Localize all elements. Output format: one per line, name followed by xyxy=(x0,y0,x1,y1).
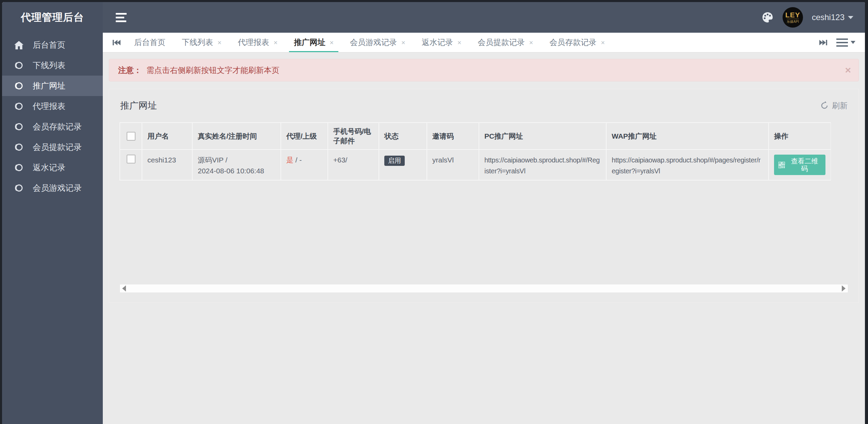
sidebar-item-label: 后台首页 xyxy=(33,40,65,50)
sidebar-item-member-game-record[interactable]: 会员游戏记录 xyxy=(2,178,103,198)
tab-member-withdraw-record[interactable]: 会员提款记录 × xyxy=(469,33,541,52)
sidebar-item-downline-list[interactable]: 下线列表 xyxy=(2,55,103,76)
alert-label: 注意： xyxy=(118,66,142,75)
cell-phone-email: +63/ xyxy=(328,150,379,180)
cell-invite-code: yralsVl xyxy=(427,150,479,180)
circle-icon xyxy=(14,122,24,131)
panel-title: 推广网址 xyxy=(120,99,157,112)
col-header-status: 状态 xyxy=(379,123,427,149)
tab-promo-url[interactable]: 推广网址 × xyxy=(286,33,342,52)
col-header-wap-url: WAP推广网址 xyxy=(607,123,768,149)
view-qrcode-label: 查看二维码 xyxy=(788,157,821,172)
app-title: 代理管理后台 xyxy=(2,2,103,33)
scroll-tabs-right-button[interactable] xyxy=(819,39,827,46)
realname: 源码VIP / xyxy=(198,155,275,166)
sidebar-item-promo-url[interactable]: 推广网址 xyxy=(2,76,103,96)
promo-table: 用户名 真实姓名/注册时间 代理/上级 手机号码/电子邮件 状态 邀请码 PC推… xyxy=(119,122,831,180)
avatar-logo-text: LEY xyxy=(785,11,800,19)
sidebar-item-label: 代理报表 xyxy=(33,101,65,112)
tab-downline-list[interactable]: 下线列表 × xyxy=(174,33,230,52)
row-checkbox[interactable] xyxy=(127,155,135,163)
tab-member-deposit-record[interactable]: 会员存款记录 × xyxy=(541,33,613,52)
scroll-tabs-left-button[interactable] xyxy=(112,39,121,46)
scroll-right-arrow[interactable] xyxy=(842,285,846,292)
qrcode-icon xyxy=(778,162,785,168)
content-area: 注意：需点击右侧刷新按钮文字才能刷新本页 × 推广网址 刷新 xyxy=(103,52,865,424)
circle-icon xyxy=(14,184,24,192)
circle-icon xyxy=(14,102,24,111)
tab-options-button[interactable] xyxy=(836,38,855,47)
topbar: LEY 乐媒API ceshi123 xyxy=(103,2,865,33)
register-time: 2024-08-06 10:06:48 xyxy=(198,166,275,176)
sidebar-item-member-deposit[interactable]: 会员存款记录 xyxy=(2,116,103,137)
theme-palette-icon[interactable] xyxy=(761,11,774,23)
sidebar-menu: 后台首页 下线列表 推广网址 代理报表 xyxy=(2,33,103,198)
close-icon[interactable]: × xyxy=(329,39,334,46)
refresh-button[interactable]: 刷新 xyxy=(820,100,848,111)
sidebar-item-label: 推广网址 xyxy=(33,80,65,91)
tabbar: 后台首页 下线列表 × 代理报表 × 推广网址 × 会员游戏记录 × xyxy=(103,33,865,52)
close-icon[interactable]: × xyxy=(845,65,851,75)
cell-username: ceshi123 xyxy=(142,150,192,180)
sidebar: 代理管理后台 后台首页 下线列表 推广网址 xyxy=(2,2,103,424)
col-header-invite-code: 邀请码 xyxy=(427,123,479,149)
status-badge: 启用 xyxy=(384,156,405,166)
close-icon[interactable]: × xyxy=(601,39,605,46)
col-header-pc-url: PC推广网址 xyxy=(479,123,606,149)
caret-down-icon xyxy=(851,41,855,44)
is-agent-flag: 是 xyxy=(286,156,293,164)
scroll-left-arrow[interactable] xyxy=(122,285,126,292)
promo-url-panel: 推广网址 刷新 用户名 真实姓名/注册时间 代理/上级 xyxy=(109,89,859,303)
close-icon[interactable]: × xyxy=(401,39,405,46)
cell-realname-time: 源码VIP / 2024-08-06 10:06:48 xyxy=(193,150,280,180)
refresh-icon xyxy=(820,101,829,110)
topbar-right: LEY 乐媒API ceshi123 xyxy=(761,7,853,28)
tab-rebate-record[interactable]: 返水记录 × xyxy=(414,33,470,52)
menu-bars-icon xyxy=(836,38,848,47)
select-all-checkbox[interactable] xyxy=(127,132,135,141)
sidebar-item-label: 会员提款记录 xyxy=(33,142,82,153)
sidebar-toggle-button[interactable] xyxy=(114,10,128,25)
app-window: 代理管理后台 后台首页 下线列表 推广网址 xyxy=(0,0,868,424)
close-icon[interactable]: × xyxy=(274,39,278,46)
tab-agent-report[interactable]: 代理报表 × xyxy=(230,33,286,52)
sidebar-item-label: 会员游戏记录 xyxy=(33,183,82,193)
cell-wap-url: https://caipiaowap.sproduct.shop/#/pages… xyxy=(607,150,768,180)
sidebar-item-label: 下线列表 xyxy=(33,60,65,71)
sidebar-item-rebate-record[interactable]: 返水记录 xyxy=(2,157,103,178)
alert-message: 需点击右侧刷新按钮文字才能刷新本页 xyxy=(146,66,279,75)
col-header-username: 用户名 xyxy=(142,123,192,149)
sidebar-item-agent-report[interactable]: 代理报表 xyxy=(2,96,103,116)
tab-member-game-record[interactable]: 会员游戏记录 × xyxy=(342,33,414,52)
table-header-checkbox xyxy=(120,123,142,149)
col-header-agent-parent: 代理/上级 xyxy=(281,123,327,149)
avatar[interactable]: LEY 乐媒API xyxy=(783,7,803,28)
username: ceshi123 xyxy=(812,13,845,22)
alert-banner: 注意：需点击右侧刷新按钮文字才能刷新本页 × xyxy=(109,59,859,81)
cell-agent-parent: 是 / - xyxy=(281,150,327,180)
refresh-label: 刷新 xyxy=(832,100,848,111)
view-qrcode-button[interactable]: 查看二维码 xyxy=(774,155,825,175)
sidebar-item-home[interactable]: 后台首页 xyxy=(2,35,103,55)
caret-down-icon xyxy=(848,16,853,19)
col-header-realname-time: 真实姓名/注册时间 xyxy=(193,123,280,149)
close-icon[interactable]: × xyxy=(529,39,533,46)
circle-icon xyxy=(14,81,24,90)
close-icon[interactable]: × xyxy=(457,39,462,46)
agent-parent-suffix: / - xyxy=(295,156,302,164)
close-icon[interactable]: × xyxy=(218,39,222,46)
tab-list: 后台首页 下线列表 × 代理报表 × 推广网址 × 会员游戏记录 × xyxy=(126,33,819,52)
col-header-phone-email: 手机号码/电子邮件 xyxy=(328,123,379,149)
sidebar-item-member-withdraw[interactable]: 会员提款记录 xyxy=(2,137,103,157)
circle-icon xyxy=(14,143,24,152)
circle-icon xyxy=(14,163,24,172)
cell-actions: 查看二维码 xyxy=(769,150,831,180)
panel-header: 推广网址 刷新 xyxy=(119,89,848,122)
home-icon xyxy=(14,41,24,49)
tab-home[interactable]: 后台首页 xyxy=(126,33,174,52)
user-menu[interactable]: ceshi123 xyxy=(812,13,853,22)
cell-status: 启用 xyxy=(379,150,427,180)
horizontal-scrollbar[interactable] xyxy=(119,284,848,293)
sidebar-item-label: 会员存款记录 xyxy=(33,121,82,132)
col-header-actions: 操作 xyxy=(769,123,831,149)
